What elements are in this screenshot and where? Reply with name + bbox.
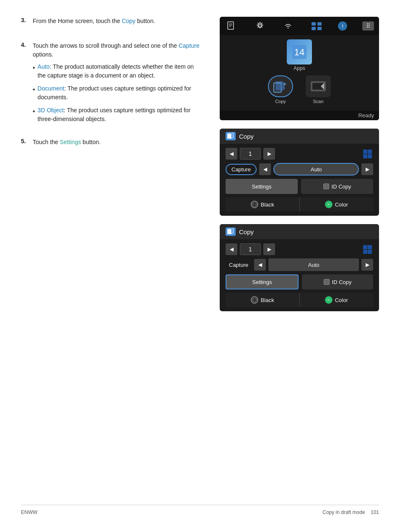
count-row-2: ◀ 1 ▶ (226, 148, 373, 160)
wifi-icon (281, 20, 295, 32)
black-color-row-2: Black Color (226, 197, 373, 212)
bullet-document: • Document: The product uses capture set… (33, 84, 203, 102)
id-copy-label-3: ID Copy (332, 279, 352, 285)
id-copy-checkbox-2 (323, 183, 329, 189)
step-3: 3. From the Home screen, touch the Copy … (21, 17, 203, 29)
ready-label: Ready (358, 112, 374, 119)
id-copy-button-3[interactable]: ID Copy (302, 274, 373, 289)
grid-cell (368, 245, 372, 249)
apps-thumbnail: 14 (287, 39, 312, 65)
prev-arrow-3[interactable]: ◀ (226, 243, 237, 255)
grid-cell (368, 154, 372, 158)
svg-rect-6 (317, 22, 322, 26)
grid-cell (363, 154, 367, 158)
step-5-content: Touch the Settings button. (33, 138, 203, 150)
copy-screen3-header: Copy (220, 224, 379, 239)
step-3-content: From the Home screen, touch the Copy but… (33, 17, 203, 29)
capture-row-3: Capture ◀ Auto ▶ (226, 258, 373, 271)
step-3-number: 3. (21, 17, 29, 29)
step-4-content: Touch the arrows to scroll through and s… (33, 41, 203, 128)
scan-label-home: Scan (313, 99, 323, 104)
capture-next-3[interactable]: ▶ (361, 259, 373, 271)
black-color-row-3: Black Color (226, 293, 373, 307)
step-3-text: From the Home screen, touch the Copy but… (33, 17, 203, 26)
id-copy-button-2[interactable]: ID Copy (301, 179, 373, 194)
step-5-number: 5. (21, 138, 29, 150)
copy-icon-box (268, 75, 293, 97)
left-column: 3. From the Home screen, touch the Copy … (21, 17, 207, 492)
grid-nav-icon (310, 20, 323, 32)
screen1-footer: Ready (220, 111, 379, 120)
settings-button-2[interactable]: Settings (226, 179, 298, 194)
step-4-text: Touch the arrows to scroll through and s… (33, 41, 203, 59)
color-label-3: Color (335, 297, 348, 303)
grid-icon-3 (361, 243, 373, 255)
home-body: 14 Apps (220, 35, 379, 111)
bullet-3dobject: • 3D Object: The product uses capture se… (33, 106, 203, 124)
copy-screen3-title: Copy (239, 228, 254, 235)
main-content: 3. From the Home screen, touch the Copy … (21, 17, 379, 492)
page: 3. From the Home screen, touch the Copy … (0, 0, 400, 532)
color-circle-icon-2 (325, 201, 332, 208)
copy-header-icon (226, 132, 236, 140)
black-button-3[interactable]: Black (226, 293, 300, 307)
black-label-3: Black (261, 297, 274, 303)
copy-screen2-body: ◀ 1 ▶ C (220, 144, 379, 216)
footer-right: Copy in draft mode 101 (322, 509, 379, 515)
capture-row-2: Capture ◀ Auto ▶ (226, 163, 373, 176)
bullet-list: • Auto: The product automatically detect… (33, 62, 203, 124)
settings-link[interactable]: Settings (60, 139, 81, 145)
capture-prev-3[interactable]: ◀ (254, 259, 266, 271)
color-button-3[interactable]: Color (300, 293, 374, 307)
screen1-icons-row: Copy Scan (268, 75, 331, 104)
grid-cell (363, 250, 367, 254)
copy-screen2-header: Copy (220, 129, 379, 144)
page-footer: ENWW Copy in draft mode 101 (21, 505, 379, 515)
next-arrow-3[interactable]: ▶ (263, 243, 275, 255)
svg-rect-0 (228, 22, 234, 29)
bullet-auto: • Auto: The product automatically detect… (33, 62, 203, 80)
capture-value-3: Auto (268, 258, 359, 271)
id-copy-checkbox-3 (324, 279, 330, 285)
color-label-2: Color (335, 201, 348, 208)
color-circle-icon-3 (325, 296, 332, 304)
copy-label-home: Copy (275, 99, 286, 104)
prev-arrow-2[interactable]: ◀ (226, 148, 237, 160)
count-display-3: 1 (240, 243, 261, 255)
capture-next-2[interactable]: ▶ (361, 163, 373, 175)
home-toolbar: i ⠿ (220, 17, 379, 35)
copy-link[interactable]: Copy (122, 18, 135, 24)
3dobject-link[interactable]: 3D Object (38, 107, 64, 114)
svg-marker-14 (284, 82, 286, 85)
settings-id-row-3: Settings ID Copy (226, 274, 373, 289)
capture-prev-2[interactable]: ◀ (259, 163, 271, 175)
copy-button-home[interactable]: Copy (268, 75, 293, 104)
scan-button-home[interactable]: Scan (306, 75, 331, 104)
copy-header-icon-3 (226, 227, 236, 236)
settings-id-row-2: Settings ID Copy (226, 179, 373, 194)
step-4-number: 4. (21, 41, 29, 128)
color-button-2[interactable]: Color (300, 197, 374, 212)
copy-screen2-title: Copy (239, 133, 254, 140)
copy-screen3-body: ◀ 1 ▶ C (220, 239, 379, 311)
step-4: 4. Touch the arrows to scroll through an… (21, 41, 203, 128)
capture-label-2: Capture (226, 164, 257, 175)
black-circle-icon-2 (251, 201, 258, 208)
count-display-2: 1 (240, 148, 261, 160)
black-button-2[interactable]: Black (226, 197, 300, 212)
svg-rect-7 (312, 27, 316, 30)
settings-button-3[interactable]: Settings (226, 274, 299, 289)
black-label-2: Black (261, 201, 274, 208)
info-icon: i (338, 21, 347, 31)
svg-text:14: 14 (294, 47, 304, 57)
auto-link[interactable]: Auto (38, 63, 50, 70)
document-link[interactable]: Document (38, 85, 65, 92)
apps-label: Apps (294, 65, 305, 71)
capture-label-3: Capture (226, 260, 252, 270)
grid-cell (368, 150, 372, 154)
copy-screen-capture: Copy ◀ 1 ▶ (220, 129, 379, 216)
next-arrow-2[interactable]: ▶ (263, 148, 275, 160)
capture-link[interactable]: Capture (179, 42, 200, 49)
gear-icon (253, 20, 267, 32)
grid-cell (363, 150, 367, 154)
